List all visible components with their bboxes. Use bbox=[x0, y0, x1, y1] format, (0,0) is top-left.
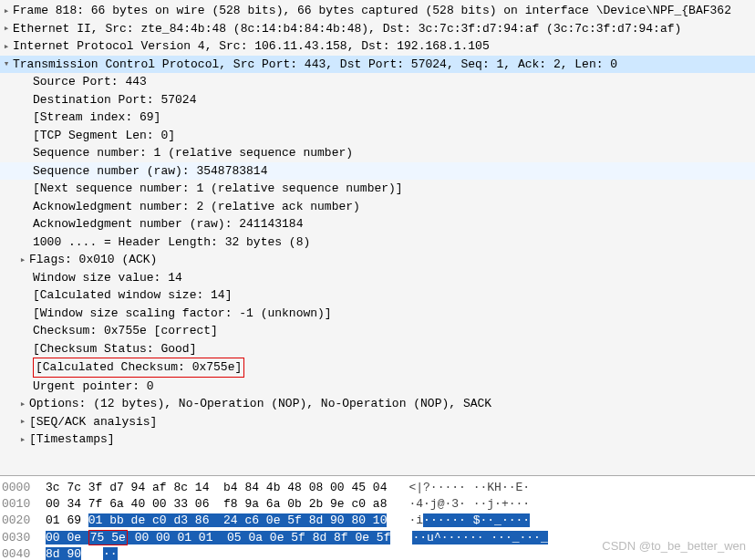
calc-window-row[interactable]: [Calculated window size: 14] bbox=[0, 286, 755, 305]
ip-row[interactable]: ▸ Internet Protocol Version 4, Src: 106.… bbox=[0, 37, 755, 56]
hex-ascii: ·· bbox=[81, 546, 118, 560]
watermark: CSDN @to_be_better_wen bbox=[602, 537, 746, 555]
hex-bytes: 8d 90 bbox=[46, 546, 81, 560]
seq-raw-row[interactable]: Sequence number (raw): 3548783814 bbox=[0, 162, 755, 181]
hex-ascii: <|?····· ··KH··E· bbox=[387, 480, 530, 496]
seq-number-row[interactable]: Sequence number: 1 (relative sequence nu… bbox=[0, 144, 755, 162]
hex-ascii: ·i······ $··_···· bbox=[387, 513, 530, 529]
checksum-status-row[interactable]: [Checksum Status: Good] bbox=[0, 340, 755, 358]
ip-text: Internet Protocol Version 4, Src: 106.11… bbox=[13, 37, 490, 56]
chevron-right-icon[interactable]: ▸ bbox=[16, 414, 29, 430]
calc-checksum-row[interactable]: [Calculated Checksum: 0x755e] bbox=[0, 358, 755, 378]
hex-offset: 0020 bbox=[2, 513, 46, 529]
ethernet-text: Ethernet II, Src: zte_84:4b:48 (8c:14:b4… bbox=[13, 20, 681, 38]
ethernet-row[interactable]: ▸ Ethernet II, Src: zte_84:4b:48 (8c:14:… bbox=[0, 20, 755, 38]
chevron-right-icon[interactable]: ▸ bbox=[0, 39, 13, 55]
window-scale-text: [Window size scaling factor: -1 (unknown… bbox=[33, 305, 332, 323]
hex-row-0010[interactable]: 0010 00 34 7f 6a 40 00 33 06 f8 9a 6a 0b… bbox=[2, 496, 755, 513]
hex-bytes: 00 0e 75 5e 00 00 01 01 05 0a 0e 5f 8d 8… bbox=[46, 530, 390, 546]
ack-raw-row[interactable]: Acknowledgment number (raw): 241143184 bbox=[0, 215, 755, 233]
next-seq-row[interactable]: [Next sequence number: 1 (relative seque… bbox=[0, 180, 755, 198]
hex-bytes: 01 69 01 bb de c0 d3 86 24 c6 0e 5f 8d 9… bbox=[46, 513, 387, 529]
hex-ascii: ··u^······ ···_···_ bbox=[390, 530, 547, 546]
hex-row-0000[interactable]: 0000 3c 7c 3f d7 94 af 8c 14 b4 84 4b 48… bbox=[2, 480, 755, 496]
checksum-status-text: [Checksum Status: Good] bbox=[33, 340, 196, 358]
urgent-text: Urgent pointer: 0 bbox=[33, 378, 154, 396]
dest-port-row[interactable]: Destination Port: 57024 bbox=[0, 91, 755, 109]
header-length-text: 1000 .... = Header Length: 32 bytes (8) bbox=[33, 233, 310, 252]
urgent-row[interactable]: Urgent pointer: 0 bbox=[0, 378, 755, 396]
flags-row[interactable]: ▸ Flags: 0x010 (ACK) bbox=[0, 251, 755, 269]
chevron-right-icon[interactable]: ▸ bbox=[16, 397, 29, 412]
chevron-down-icon[interactable]: ▾ bbox=[0, 57, 13, 72]
timestamps-row[interactable]: ▸ [Timestamps] bbox=[0, 430, 755, 449]
hex-bytes: 00 34 7f 6a 40 00 33 06 f8 9a 6a 0b 2b 9… bbox=[46, 496, 387, 513]
frame-summary-text: Frame 818: 66 bytes on wire (528 bits), … bbox=[13, 2, 731, 20]
options-text: Options: (12 bytes), No-Operation (NOP),… bbox=[29, 395, 491, 413]
header-length-row[interactable]: 1000 .... = Header Length: 32 bytes (8) bbox=[0, 233, 755, 252]
tcp-row[interactable]: ▾ Transmission Control Protocol, Src Por… bbox=[0, 56, 755, 74]
window-size-text: Window size value: 14 bbox=[33, 269, 182, 287]
window-size-row[interactable]: Window size value: 14 bbox=[0, 269, 755, 287]
checksum-row[interactable]: Checksum: 0x755e [correct] bbox=[0, 322, 755, 340]
chevron-right-icon[interactable]: ▸ bbox=[16, 253, 29, 268]
checksum-bytes-highlight: 75 5e bbox=[88, 530, 128, 545]
ack-number-text: Acknowledgment number: 2 (relative ack n… bbox=[33, 198, 360, 216]
calc-window-text: [Calculated window size: 14] bbox=[33, 286, 232, 305]
calc-checksum-highlight: [Calculated Checksum: 0x755e] bbox=[33, 358, 244, 378]
frame-summary-row[interactable]: ▸ Frame 818: 66 bytes on wire (528 bits)… bbox=[0, 2, 755, 20]
calc-checksum-text: [Calculated Checksum: 0x755e] bbox=[36, 360, 242, 374]
checksum-text: Checksum: 0x755e [correct] bbox=[33, 322, 218, 340]
tcp-seglen-row[interactable]: [TCP Segment Len: 0] bbox=[0, 127, 755, 145]
tcp-seglen-text: [TCP Segment Len: 0] bbox=[33, 127, 175, 145]
seqack-row[interactable]: ▸ [SEQ/ACK analysis] bbox=[0, 413, 755, 431]
hex-offset: 0030 bbox=[2, 530, 46, 546]
hex-row-0020[interactable]: 0020 01 69 01 bb de c0 d3 86 24 c6 0e 5f… bbox=[2, 513, 755, 529]
ack-number-row[interactable]: Acknowledgment number: 2 (relative ack n… bbox=[0, 198, 755, 216]
chevron-right-icon[interactable]: ▸ bbox=[0, 4, 13, 19]
hex-offset: 0040 bbox=[2, 546, 46, 560]
source-port-text: Source Port: 443 bbox=[33, 73, 147, 91]
chevron-right-icon[interactable]: ▸ bbox=[0, 21, 13, 36]
flags-text: Flags: 0x010 (ACK) bbox=[29, 251, 157, 269]
hex-bytes: 3c 7c 3f d7 94 af 8c 14 b4 84 4b 48 08 0… bbox=[46, 480, 387, 496]
packet-details-pane: ▸ Frame 818: 66 bytes on wire (528 bits)… bbox=[0, 0, 755, 476]
hex-offset: 0010 bbox=[2, 496, 46, 513]
next-seq-text: [Next sequence number: 1 (relative seque… bbox=[33, 180, 403, 198]
window-scale-row[interactable]: [Window size scaling factor: -1 (unknown… bbox=[0, 305, 755, 323]
dest-port-text: Destination Port: 57024 bbox=[33, 91, 196, 109]
source-port-row[interactable]: Source Port: 443 bbox=[0, 73, 755, 91]
ack-raw-text: Acknowledgment number (raw): 241143184 bbox=[33, 215, 303, 233]
stream-index-row[interactable]: [Stream index: 69] bbox=[0, 109, 755, 127]
timestamps-text: [Timestamps] bbox=[29, 430, 115, 449]
tcp-text: Transmission Control Protocol, Src Port:… bbox=[13, 56, 617, 74]
seq-raw-text: Sequence number (raw): 3548783814 bbox=[33, 162, 267, 181]
chevron-right-icon[interactable]: ▸ bbox=[16, 432, 29, 448]
seq-number-text: Sequence number: 1 (relative sequence nu… bbox=[33, 144, 353, 162]
seqack-text: [SEQ/ACK analysis] bbox=[29, 413, 157, 431]
stream-index-text: [Stream index: 69] bbox=[33, 109, 160, 127]
options-row[interactable]: ▸ Options: (12 bytes), No-Operation (NOP… bbox=[0, 395, 755, 413]
hex-ascii: ·4·j@·3· ··j·+··· bbox=[387, 496, 530, 513]
hex-offset: 0000 bbox=[2, 480, 46, 496]
